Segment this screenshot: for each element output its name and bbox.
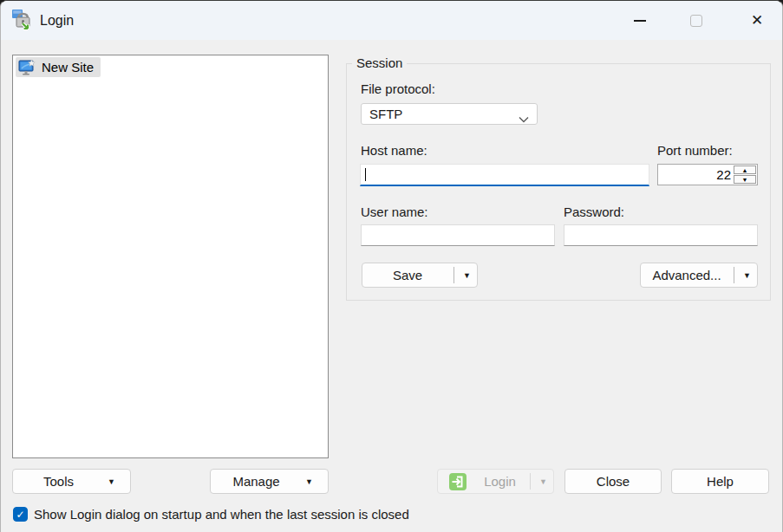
help-button[interactable]: Help [671,469,769,494]
checkmark-icon: ✓ [16,509,24,520]
host-name-input[interactable] [360,164,649,186]
login-dialog-window: Login ✕ New Site [0,0,783,532]
minimize-button[interactable] [620,1,660,40]
file-protocol-value: SFTP [369,107,402,121]
password-input[interactable] [564,224,758,246]
tools-button[interactable]: Tools ▼ [12,469,131,494]
login-button[interactable]: Login ▼ [437,469,554,494]
split-divider [734,267,734,283]
spinner-up-icon: ▲ [742,167,748,173]
advanced-button-label: Advanced... [641,268,733,282]
maximize-button [676,1,716,40]
site-list-item-new-site[interactable]: New Site [16,57,101,77]
user-name-label: User name: [361,204,428,219]
close-window-button[interactable]: ✕ [737,1,777,40]
dropdown-arrow-icon: ▼ [108,477,115,486]
show-login-dialog-checkbox[interactable]: ✓ [13,507,28,522]
site-list-item-label: New Site [42,60,94,75]
login-arrow-icon [449,473,467,490]
spinner-up-button[interactable]: ▲ [734,165,756,174]
password-label: Password: [564,204,624,219]
port-spinner: ▲ ▼ [734,165,756,184]
show-login-dialog-checkbox-label: Show Login dialog on startup and when th… [34,507,409,522]
site-list-panel[interactable]: New Site [12,55,329,458]
new-site-icon [18,59,37,76]
split-divider [530,473,531,490]
user-name-input[interactable] [361,224,555,246]
login-button-label: Login [473,474,527,489]
close-button-label: Close [597,474,630,489]
spinner-down-icon: ▼ [742,177,748,183]
port-number-label: Port number: [657,143,733,158]
manage-button-label: Manage [223,474,290,489]
file-protocol-select[interactable]: SFTP [361,103,538,125]
title-bar[interactable]: Login ✕ [1,1,782,40]
close-button[interactable]: Close [564,469,662,494]
port-number-input[interactable] [658,165,733,185]
file-protocol-label: File protocol: [361,81,435,96]
dropdown-arrow-icon[interactable]: ▼ [463,271,471,280]
help-button-label: Help [707,474,734,489]
host-name-label: Host name: [361,143,427,158]
session-group-label: Session [352,55,407,70]
host-name-field-wrap [360,164,649,186]
maximize-icon [690,15,702,27]
winscp-logo-icon [11,9,35,32]
spinner-down-button[interactable]: ▼ [734,175,756,184]
chevron-down-icon [519,111,529,126]
dropdown-arrow-icon: ▼ [305,477,313,486]
minimize-icon [634,20,646,22]
window-title: Login [40,1,74,40]
tools-button-label: Tools [25,474,92,489]
save-button[interactable]: Save ▼ [362,263,478,288]
save-button-label: Save [362,268,453,282]
manage-button[interactable]: Manage ▼ [210,469,329,494]
text-cursor [365,168,366,181]
advanced-button[interactable]: Advanced... ▼ [640,263,758,288]
port-number-field-wrap: ▲ ▼ [657,164,758,185]
dropdown-arrow-icon: ▼ [539,477,547,486]
close-icon: ✕ [751,13,763,28]
dropdown-arrow-icon[interactable]: ▼ [743,271,751,280]
split-divider [453,267,454,283]
